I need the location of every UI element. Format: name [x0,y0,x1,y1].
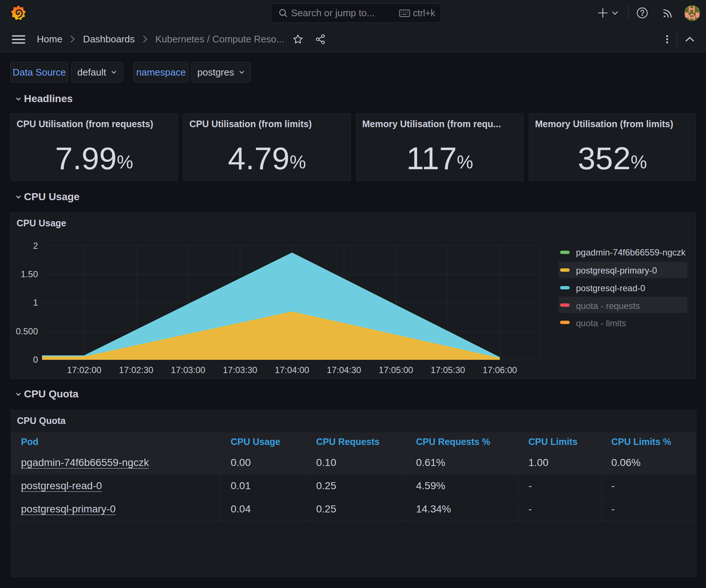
svg-text:17:04:30: 17:04:30 [327,365,361,375]
svg-text:0: 0 [33,355,38,365]
svg-text:quota - requests: quota - requests [576,301,640,311]
svg-text:quota - limits: quota - limits [576,318,626,328]
svg-text:postgresql-primary-0: postgresql-primary-0 [576,265,657,275]
svg-text:17:05:30: 17:05:30 [431,365,465,375]
svg-text:1.50: 1.50 [21,269,38,279]
svg-text:17:03:00: 17:03:00 [171,365,205,375]
svg-text:0.500: 0.500 [16,326,38,336]
svg-text:2: 2 [33,241,38,251]
svg-text:17:03:30: 17:03:30 [223,365,257,375]
svg-text:postgresql-read-0: postgresql-read-0 [576,283,645,293]
svg-text:17:04:00: 17:04:00 [275,365,309,375]
svg-text:pgadmin-74f6b66559-ngczk: pgadmin-74f6b66559-ngczk [576,247,686,257]
svg-text:17:02:30: 17:02:30 [119,365,153,375]
svg-text:17:05:00: 17:05:00 [379,365,413,375]
svg-text:17:06:00: 17:06:00 [483,365,517,375]
svg-text:17:02:00: 17:02:00 [67,365,101,375]
svg-text:1: 1 [33,298,38,307]
